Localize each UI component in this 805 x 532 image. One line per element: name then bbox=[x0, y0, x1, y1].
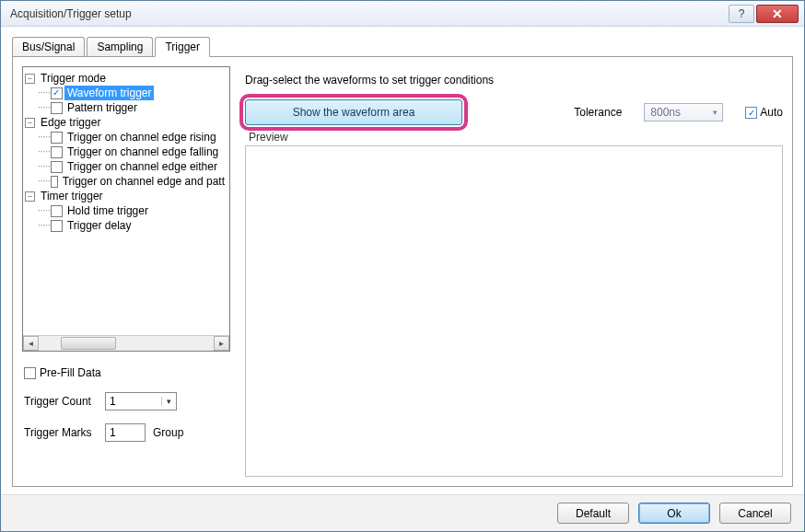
checkbox-edge-and-pattern[interactable] bbox=[51, 176, 58, 188]
trigger-count-label: Trigger Count bbox=[24, 395, 98, 408]
prefill-label: Pre-Fill Data bbox=[40, 366, 101, 379]
scroll-right-icon[interactable]: ► bbox=[214, 336, 229, 351]
tab-strip: Bus/Signal Sampling Trigger bbox=[12, 36, 793, 56]
ok-button[interactable]: Ok bbox=[638, 503, 710, 524]
preview-area bbox=[245, 145, 783, 477]
instruction-text: Drag-select the waveforms to set trigger… bbox=[245, 74, 783, 87]
tree-node-trigger-mode[interactable]: − Trigger mode bbox=[25, 71, 228, 86]
tree-node-edge-rising[interactable]: ····· Trigger on channel edge rising bbox=[25, 130, 228, 145]
tab-bus-signal[interactable]: Bus/Signal bbox=[12, 37, 85, 56]
dialog-window: Acquisition/Trigger setup ? ✕ Bus/Signal… bbox=[0, 0, 805, 532]
scroll-thumb[interactable] bbox=[61, 337, 116, 350]
checkbox-edge-either[interactable] bbox=[51, 161, 63, 173]
chevron-down-icon: ▾ bbox=[161, 397, 176, 406]
checkbox-prefill-data[interactable] bbox=[24, 367, 36, 379]
button-bar: Default Ok Cancel bbox=[1, 494, 804, 531]
close-button[interactable]: ✕ bbox=[756, 5, 799, 23]
tree-node-edge-and-pattern[interactable]: ····· Trigger on channel edge and patt bbox=[25, 174, 228, 189]
checkbox-auto[interactable]: ✓ bbox=[745, 107, 757, 119]
chevron-down-icon: ▾ bbox=[707, 108, 722, 117]
trigger-marks-input[interactable]: 1 bbox=[105, 423, 146, 442]
tree-node-trigger-delay[interactable]: ····· Trigger delay bbox=[25, 218, 228, 233]
trigger-marks-row: Trigger Marks 1 Group bbox=[24, 423, 228, 442]
help-button[interactable]: ? bbox=[729, 5, 754, 23]
trigger-count-combo[interactable]: 1 ▾ bbox=[105, 392, 177, 411]
tolerance-label: Tolerance bbox=[574, 106, 622, 119]
tab-sampling[interactable]: Sampling bbox=[87, 37, 153, 56]
tree-node-hold-time[interactable]: ····· Hold time trigger bbox=[25, 203, 228, 218]
tree-node-waveform-trigger[interactable]: ····· ✓ Waveform trigger bbox=[25, 86, 228, 100]
show-waveform-button[interactable]: Show the waveform area bbox=[245, 99, 462, 125]
checkbox-hold-time[interactable] bbox=[51, 205, 63, 217]
window-title: Acquisition/Trigger setup bbox=[6, 7, 727, 20]
default-button[interactable]: Default bbox=[557, 503, 629, 524]
client-area: Bus/Signal Sampling Trigger − Trigger mo… bbox=[1, 27, 804, 494]
lower-left-panel: Pre-Fill Data Trigger Count 1 ▾ Trigger … bbox=[22, 361, 230, 447]
left-column: − Trigger mode ····· ✓ Waveform trigger … bbox=[22, 66, 230, 477]
checkbox-pattern-trigger[interactable] bbox=[51, 102, 63, 114]
show-waveform-wrap: Show the waveform area bbox=[245, 99, 462, 125]
cancel-button[interactable]: Cancel bbox=[719, 503, 791, 524]
auto-checkbox-wrap: ✓ Auto bbox=[745, 106, 783, 119]
tree-node-edge-either[interactable]: ····· Trigger on channel edge either bbox=[25, 159, 228, 174]
titlebar: Acquisition/Trigger setup ? ✕ bbox=[1, 1, 804, 27]
collapse-icon[interactable]: − bbox=[25, 191, 35, 202]
collapse-icon[interactable]: − bbox=[25, 118, 35, 128]
tree-node-edge-falling[interactable]: ····· Trigger on channel edge falling bbox=[25, 145, 228, 159]
preview-label: Preview bbox=[245, 131, 783, 144]
top-controls-row: Show the waveform area Tolerance 800ns ▾… bbox=[245, 99, 783, 125]
tree-body: − Trigger mode ····· ✓ Waveform trigger … bbox=[23, 67, 229, 335]
checkbox-edge-rising[interactable] bbox=[51, 132, 63, 144]
group-label: Group bbox=[153, 426, 183, 439]
tolerance-combo[interactable]: 800ns ▾ bbox=[644, 103, 723, 121]
trigger-marks-label: Trigger Marks bbox=[24, 426, 98, 439]
tab-trigger[interactable]: Trigger bbox=[155, 37, 210, 57]
prefill-row: Pre-Fill Data bbox=[24, 366, 228, 379]
trigger-count-row: Trigger Count 1 ▾ bbox=[24, 392, 228, 411]
auto-label: Auto bbox=[760, 106, 783, 119]
trigger-tree: − Trigger mode ····· ✓ Waveform trigger … bbox=[22, 66, 230, 352]
trigger-tab-pane: − Trigger mode ····· ✓ Waveform trigger … bbox=[12, 56, 793, 487]
tree-node-timer-trigger[interactable]: − Timer trigger bbox=[25, 189, 228, 203]
scroll-left-icon[interactable]: ◄ bbox=[23, 336, 39, 351]
checkbox-edge-falling[interactable] bbox=[51, 146, 63, 158]
tree-node-edge-trigger[interactable]: − Edge trigger bbox=[25, 115, 228, 130]
tree-horizontal-scrollbar[interactable]: ◄ ► bbox=[23, 335, 229, 351]
collapse-icon[interactable]: − bbox=[25, 74, 35, 84]
checkbox-waveform-trigger[interactable]: ✓ bbox=[51, 87, 63, 99]
tree-node-pattern-trigger[interactable]: ····· Pattern trigger bbox=[25, 100, 228, 115]
right-column: Drag-select the waveforms to set trigger… bbox=[241, 66, 783, 477]
scroll-track[interactable] bbox=[39, 336, 214, 351]
checkbox-trigger-delay[interactable] bbox=[51, 220, 63, 232]
